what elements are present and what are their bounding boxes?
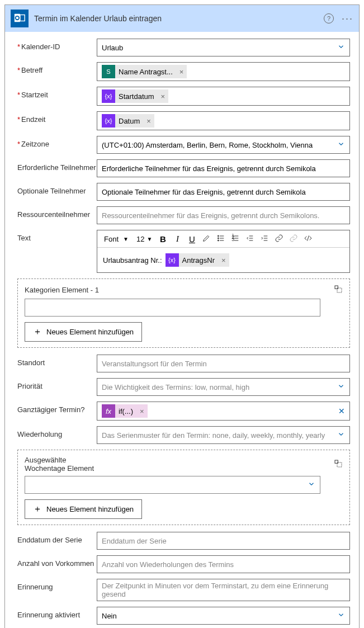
input-kalender-id[interactable]: Urlaub xyxy=(97,39,350,56)
label-text: Text xyxy=(17,230,97,242)
input-res-teilnehmer[interactable]: Ressourcenteilnehmer für das Ereignis, g… xyxy=(97,206,350,224)
input-zeitzone[interactable]: (UTC+01:00) Amsterdam, Berlin, Bern, Rom… xyxy=(97,136,350,154)
label-zeitzone: Zeitzone xyxy=(17,136,97,148)
chevron-down-icon xyxy=(308,480,315,490)
input-ganztag[interactable]: fxif(...)× ✕ xyxy=(97,402,350,421)
token-remove-icon[interactable]: × xyxy=(176,68,187,76)
rich-text-editor: Font▼ 12▼ B I U 123 xyxy=(97,230,350,273)
label-erinnerung-aktiv: Erinnerung aktiviert xyxy=(17,607,97,619)
card-body: Kalender-ID Urlaub Betreff SName Antrags… xyxy=(5,32,359,628)
size-select[interactable]: 12▼ xyxy=(133,234,154,244)
input-anzahl[interactable]: Anzahl von Wiederholungen des Termins xyxy=(97,555,350,573)
label-opt-teilnehmer: Optionale Teilnehmer xyxy=(17,183,97,195)
label-res-teilnehmer: Ressourcenteilnehmer xyxy=(17,206,97,219)
kategorien-input[interactable] xyxy=(25,299,320,317)
add-element-button[interactable]: ＋Neues Element hinzufügen xyxy=(25,499,142,519)
add-element-button[interactable]: ＋Neues Element hinzufügen xyxy=(25,322,142,342)
chevron-down-icon xyxy=(337,140,345,150)
input-erinnerung[interactable]: Der Zeitpunkt in Minuten vor dem Termins… xyxy=(97,579,350,601)
kategorien-title: Kategorien Element - 1 xyxy=(25,286,99,294)
outdent-icon[interactable] xyxy=(244,233,256,245)
label-ganztag: Ganztägiger Termin? xyxy=(17,402,97,414)
indent-icon[interactable] xyxy=(258,233,271,245)
label-prioritaet: Priorität xyxy=(17,378,97,390)
link-icon[interactable] xyxy=(273,233,285,245)
font-select[interactable]: Font▼ xyxy=(101,234,131,244)
label-enddatum: Enddatum der Serie xyxy=(17,532,97,544)
label-startzeit: Startzeit xyxy=(17,87,97,99)
token-variable[interactable]: {x}Datum× xyxy=(102,114,154,128)
wochentage-title: Ausgewählte Wochentage Element xyxy=(25,456,97,473)
underline-button[interactable]: U xyxy=(186,233,198,245)
unlink-icon[interactable] xyxy=(287,233,300,245)
action-card: Termin im Kalender Urlaub eintragen ? ··… xyxy=(4,4,360,628)
input-wiederholung[interactable]: Das Serienmuster für den Termin: none, d… xyxy=(97,426,350,444)
input-prioritaet[interactable]: Die Wichtigkeit des Termins: low, normal… xyxy=(97,378,350,396)
token-variable[interactable]: {x}Startdatum× xyxy=(102,89,168,103)
chevron-down-icon xyxy=(337,383,345,392)
label-anzahl: Anzahl von Vorkommen xyxy=(17,555,97,568)
bold-button[interactable]: B xyxy=(157,233,169,245)
input-standort[interactable]: Veranstaltungsort für den Termin xyxy=(97,355,350,372)
kategorien-block: Kategorien Element - 1 ＋Neues Element hi… xyxy=(17,278,350,348)
array-toggle-icon[interactable] xyxy=(334,285,343,295)
input-startzeit[interactable]: {x}Startdatum× xyxy=(97,87,350,106)
label-kalender-id: Kalender-ID xyxy=(17,39,97,51)
number-list-icon[interactable]: 123 xyxy=(229,233,242,245)
chevron-down-icon xyxy=(337,431,345,440)
label-standort: Standort xyxy=(17,355,97,367)
more-icon[interactable]: ··· xyxy=(342,13,353,25)
svg-rect-22 xyxy=(335,286,338,289)
svg-point-3 xyxy=(218,235,219,237)
token-variable[interactable]: {x}AntragsNr× xyxy=(166,253,229,267)
array-toggle-icon[interactable] xyxy=(334,459,343,470)
outlook-icon xyxy=(11,10,29,27)
help-icon[interactable]: ? xyxy=(324,13,334,23)
token-remove-icon[interactable]: × xyxy=(136,407,148,415)
label-erinnerung: Erinnerung xyxy=(17,579,97,591)
token-expression[interactable]: fxif(...)× xyxy=(102,404,148,418)
label-wiederholung: Wiederholung xyxy=(17,426,97,438)
wochentage-block: Ausgewählte Wochentage Element ＋Neues El… xyxy=(17,450,350,525)
svg-rect-1 xyxy=(20,15,25,21)
card-header: Termin im Kalender Urlaub eintragen ? ··… xyxy=(5,5,359,32)
token-remove-icon[interactable]: × xyxy=(158,92,169,101)
input-enddatum[interactable]: Enddatum der Serie xyxy=(97,532,350,550)
input-betreff[interactable]: SName Antragst...× xyxy=(97,62,350,81)
chevron-down-icon xyxy=(337,43,345,53)
token-remove-icon[interactable]: × xyxy=(218,256,229,265)
label-endzeit: Endzeit xyxy=(17,111,97,124)
token-remove-icon[interactable]: × xyxy=(143,117,154,125)
input-erf-teilnehmer[interactable]: Erforderliche Teilnehmer für das Ereigni… xyxy=(97,159,350,177)
svg-line-21 xyxy=(308,235,309,240)
input-erinnerung-aktiv[interactable]: Nein xyxy=(97,607,350,625)
editor-content[interactable]: Urlaubsantrag Nr.: {x}AntragsNr× xyxy=(97,248,349,272)
editor-toolbar: Font▼ 12▼ B I U 123 xyxy=(97,230,349,248)
bullet-list-icon[interactable] xyxy=(215,233,227,245)
svg-point-5 xyxy=(218,238,219,239)
clear-icon[interactable]: ✕ xyxy=(338,407,345,415)
svg-point-7 xyxy=(218,240,219,241)
pencil-icon[interactable] xyxy=(200,233,212,245)
label-erf-teilnehmer: Erforderliche Teilnehmer xyxy=(17,159,97,172)
code-view-icon[interactable] xyxy=(302,233,314,245)
wochentage-select[interactable] xyxy=(25,476,320,494)
input-endzeit[interactable]: {x}Datum× xyxy=(97,111,350,130)
input-opt-teilnehmer[interactable]: Optionale Teilnehmer für das Ereignis, g… xyxy=(97,183,350,201)
chevron-down-icon xyxy=(337,611,345,621)
svg-text:3: 3 xyxy=(232,237,235,242)
svg-rect-24 xyxy=(335,460,338,463)
token-sharepoint[interactable]: SName Antragst...× xyxy=(102,65,187,78)
card-title: Termin im Kalender Urlaub eintragen xyxy=(34,14,318,23)
italic-button[interactable]: I xyxy=(171,233,183,245)
label-betreff: Betreff xyxy=(17,62,97,74)
